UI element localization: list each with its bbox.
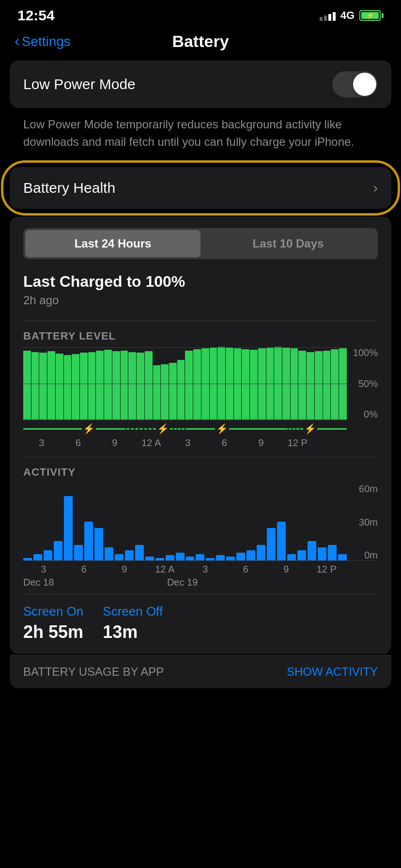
battery-bar [39, 353, 47, 419]
date-dec19: Dec 19 [167, 577, 311, 588]
battery-bar [23, 351, 31, 420]
battery-bar [169, 363, 177, 419]
activity-bar [135, 545, 144, 560]
back-chevron-icon: ‹ [15, 32, 20, 50]
activity-x-label: 3 [185, 564, 226, 575]
activity-x-labels: 36912 A36912 P [23, 564, 378, 575]
activity-bar [236, 553, 245, 560]
battery-health-row[interactable]: Battery Health › [10, 167, 391, 209]
activity-section: ACTIVITY 60m 30m 0m 36912 A36912 P Dec 1… [23, 466, 378, 580]
battery-x-label: 9 [243, 437, 279, 449]
battery-x-label: 6 [206, 437, 243, 449]
activity-bar [115, 554, 123, 560]
signal-bars [320, 10, 336, 21]
battery-bar [96, 351, 104, 420]
battery-level-chart: ⚡ ⚡ ⚡ ⚡ 36912 A36912 P [23, 347, 378, 434]
battery-bars-area: ⚡ ⚡ ⚡ ⚡ 36912 A36912 P [23, 347, 378, 434]
battery-x-label: 12 P [279, 437, 316, 449]
battery-bar [323, 351, 331, 420]
activity-x-label: 12 A [145, 564, 185, 575]
activity-bar [226, 557, 235, 560]
activity-x-label: 3 [23, 564, 64, 575]
battery-bar [128, 352, 136, 420]
activity-bar [84, 522, 93, 560]
back-button[interactable]: ‹ Settings [15, 33, 71, 50]
activity-label: ACTIVITY [23, 466, 378, 479]
screen-off-label: Screen Off [103, 604, 163, 619]
activity-x-label: 12 P [307, 564, 347, 575]
battery-x-label: 12 A [133, 437, 170, 449]
charge-bolt-1-icon: ⚡ [83, 423, 95, 434]
low-power-mode-toggle[interactable] [332, 71, 378, 97]
battery-x-label: 3 [170, 437, 206, 449]
usage-card: Last 24 Hours Last 10 Days Last Charged … [10, 217, 391, 654]
activity-bar [125, 550, 134, 560]
activity-x-label: 6 [226, 564, 266, 575]
activity-bar [166, 555, 174, 560]
signal-bar-3 [328, 14, 331, 21]
low-power-mode-card: Low Power Mode [10, 61, 391, 108]
battery-bar [64, 355, 72, 420]
low-power-mode-row[interactable]: Low Power Mode [10, 61, 391, 108]
toggle-thumb [353, 73, 376, 96]
date-dec18: Dec 18 [23, 577, 167, 588]
battery-bar [315, 351, 323, 419]
last-charged-title: Last Charged to 100% [23, 273, 378, 291]
battery-level-label: BATTERY LEVEL [23, 330, 378, 342]
battery-bar [307, 352, 314, 420]
battery-icon: ⚡ [359, 10, 384, 21]
activity-bar [216, 555, 225, 560]
activity-chart: 60m 30m 0m 36912 A36912 P Dec 18 Dec 19 [23, 483, 378, 580]
battery-bar [217, 347, 225, 419]
activity-bar [287, 554, 296, 560]
charge-bolt-3-icon: ⚡ [216, 423, 228, 434]
low-power-mode-label: Low Power Mode [23, 76, 136, 93]
activity-x-label: 6 [64, 564, 105, 575]
last-charged-subtitle: 2h ago [23, 294, 378, 307]
signal-bar-4 [333, 12, 336, 21]
date-labels: Dec 18 Dec 19 [23, 577, 378, 588]
activity-bar [23, 558, 32, 560]
status-icons: 4G ⚡ [320, 9, 384, 22]
activity-bar [196, 554, 204, 560]
battery-bar [47, 351, 55, 419]
battery-health-chevron-icon: › [373, 180, 378, 196]
activity-bar [155, 558, 164, 560]
content-area: Low Power Mode Low Power Mode temporaril… [0, 61, 401, 688]
screen-on-label: Screen On [23, 604, 83, 619]
activity-bar [277, 522, 286, 560]
activity-bar [297, 550, 306, 560]
activity-bar [338, 554, 347, 560]
battery-x-labels: 36912 A36912 P [23, 437, 347, 449]
activity-bar [328, 545, 337, 560]
network-label: 4G [340, 9, 355, 22]
show-activity-link[interactable]: SHOW ACTIVITY [287, 665, 378, 679]
activity-bar [186, 557, 195, 560]
battery-bar [242, 349, 249, 420]
charge-dash-1 [126, 428, 156, 430]
screen-on-stat: Screen On 2h 55m [23, 604, 83, 642]
battery-y-axis: 100% 50% 0% [349, 347, 378, 420]
battery-health-label: Battery Health [23, 180, 115, 196]
battery-tip [382, 13, 384, 18]
tab-last-10-days[interactable]: Last 10 Days [200, 230, 376, 257]
battery-bar [31, 352, 39, 420]
battery-bar [104, 350, 112, 419]
page-title: Battery [172, 32, 229, 51]
signal-bar-2 [324, 16, 327, 21]
battery-bar [298, 351, 306, 420]
bottom-bar: BATTERY USAGE BY APP SHOW ACTIVITY [10, 655, 391, 688]
nav-bar: ‹ Settings Battery [0, 27, 401, 61]
charging-indicators: ⚡ ⚡ ⚡ ⚡ [23, 422, 347, 435]
activity-bar [33, 554, 42, 560]
activity-y-0: 0m [364, 550, 378, 561]
activity-bar [94, 528, 103, 560]
tab-last-24-hours[interactable]: Last 24 Hours [25, 230, 200, 257]
segment-control[interactable]: Last 24 Hours Last 10 Days [23, 228, 378, 259]
battery-bar [112, 351, 120, 419]
battery-x-label: 6 [60, 437, 97, 449]
activity-bar [54, 541, 62, 560]
charge-bolt-2-icon: ⚡ [157, 423, 169, 434]
battery-bar [137, 353, 144, 419]
battery-bar [80, 353, 88, 419]
